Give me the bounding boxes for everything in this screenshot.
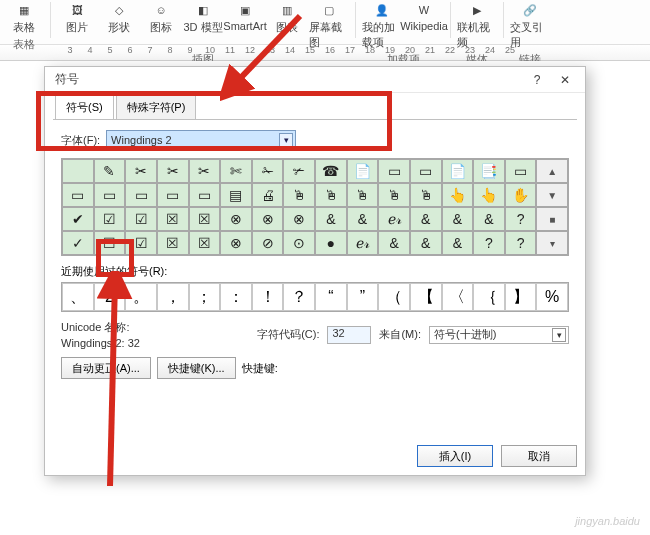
- symbol-cell[interactable]: ✂: [189, 159, 221, 183]
- symbol-cell[interactable]: ⊗: [283, 207, 315, 231]
- ribbon-item[interactable]: ▶联机视频: [457, 2, 497, 50]
- symbol-cell[interactable]: [62, 159, 94, 183]
- scrollbar-part[interactable]: ▼: [536, 183, 568, 207]
- ribbon-item[interactable]: ◇形状: [99, 2, 139, 50]
- symbol-cell[interactable]: 🖱: [347, 183, 379, 207]
- symbol-cell[interactable]: 📑: [473, 159, 505, 183]
- symbol-cell[interactable]: ⊙: [283, 231, 315, 255]
- symbol-cell[interactable]: ▭: [378, 159, 410, 183]
- recent-symbol-cell[interactable]: ，: [157, 283, 189, 311]
- symbol-cell[interactable]: &: [347, 207, 379, 231]
- symbol-cell[interactable]: ✓: [62, 231, 94, 255]
- symbol-cell[interactable]: ▤: [220, 183, 252, 207]
- recent-symbol-cell[interactable]: ；: [189, 283, 221, 311]
- symbol-cell[interactable]: &: [315, 207, 347, 231]
- symbol-cell[interactable]: ?: [505, 231, 537, 255]
- symbol-cell[interactable]: ☒: [157, 231, 189, 255]
- symbol-cell[interactable]: ?: [473, 231, 505, 255]
- ribbon-item[interactable]: ▦表格: [4, 2, 44, 35]
- symbol-cell[interactable]: ✄: [220, 159, 252, 183]
- symbol-cell[interactable]: 📄: [442, 159, 474, 183]
- symbol-cell[interactable]: ✃: [283, 159, 315, 183]
- tab[interactable]: 特殊字符(P): [116, 95, 197, 119]
- symbol-cell[interactable]: ▭: [410, 159, 442, 183]
- symbol-cell[interactable]: 🖱: [410, 183, 442, 207]
- symbol-cell[interactable]: ✂: [125, 159, 157, 183]
- symbol-cell[interactable]: 📄: [347, 159, 379, 183]
- recent-symbol-cell[interactable]: 2: [94, 283, 126, 311]
- symbol-cell[interactable]: ▭: [94, 183, 126, 207]
- ribbon-item[interactable]: ▥图表: [267, 2, 307, 50]
- symbol-cell[interactable]: ☎: [315, 159, 347, 183]
- cancel-button[interactable]: 取消: [501, 445, 577, 467]
- symbol-cell[interactable]: ▭: [125, 183, 157, 207]
- symbol-cell[interactable]: ☒: [189, 231, 221, 255]
- help-button[interactable]: ?: [523, 69, 551, 91]
- tab[interactable]: 符号(S): [55, 95, 114, 119]
- recent-symbol-cell[interactable]: ！: [252, 283, 284, 311]
- font-select[interactable]: Wingdings 2 ▾: [106, 130, 296, 150]
- symbol-cell[interactable]: &: [442, 231, 474, 255]
- symbol-cell[interactable]: &: [442, 207, 474, 231]
- scrollbar-part[interactable]: ▾: [536, 231, 568, 255]
- symbol-cell[interactable]: ℯ𝓇: [347, 231, 379, 255]
- ribbon-item[interactable]: ▢屏幕截图: [309, 2, 349, 50]
- recent-symbol-cell[interactable]: 、: [62, 283, 94, 311]
- symbol-cell[interactable]: 🖨: [252, 183, 284, 207]
- symbol-cell[interactable]: 🖱: [283, 183, 315, 207]
- insert-button[interactable]: 插入(I): [417, 445, 493, 467]
- recent-symbol-cell[interactable]: 】: [505, 283, 537, 311]
- symbol-cell[interactable]: &: [378, 231, 410, 255]
- autocorrect-button[interactable]: 自动更正(A)...: [61, 357, 151, 379]
- symbol-cell[interactable]: &: [410, 231, 442, 255]
- recent-symbol-cell[interactable]: %: [536, 283, 568, 311]
- symbol-cell[interactable]: ☑: [125, 231, 157, 255]
- symbol-cell[interactable]: ⊗: [252, 207, 284, 231]
- ribbon-item[interactable]: ◧3D 模型: [183, 2, 223, 50]
- close-button[interactable]: ✕: [551, 69, 579, 91]
- symbol-cell[interactable]: ✂: [157, 159, 189, 183]
- symbol-cell[interactable]: ●: [315, 231, 347, 255]
- symbol-cell[interactable]: ▭: [189, 183, 221, 207]
- ribbon-item[interactable]: 👤我的加载项: [362, 2, 402, 50]
- recent-symbol-cell[interactable]: （: [378, 283, 410, 311]
- symbol-cell[interactable]: 🖱: [378, 183, 410, 207]
- ribbon-item[interactable]: ☺图标: [141, 2, 181, 50]
- symbol-cell[interactable]: ⊗: [220, 207, 252, 231]
- recent-symbol-cell[interactable]: ：: [220, 283, 252, 311]
- symbol-cell[interactable]: ✋: [505, 183, 537, 207]
- symbol-cell[interactable]: &: [410, 207, 442, 231]
- symbol-cell[interactable]: ☑: [94, 207, 126, 231]
- ribbon-item[interactable]: 🖼图片: [57, 2, 97, 50]
- symbol-cell[interactable]: 👆: [473, 183, 505, 207]
- scrollbar-part[interactable]: ■: [536, 207, 568, 231]
- symbol-cell[interactable]: 👆: [442, 183, 474, 207]
- symbol-cell[interactable]: ☐: [94, 231, 126, 255]
- ribbon-item[interactable]: ▣SmartArt: [225, 2, 265, 50]
- symbol-cell[interactable]: 🖱: [315, 183, 347, 207]
- shortcut-button[interactable]: 快捷键(K)...: [157, 357, 236, 379]
- ribbon-item[interactable]: 🔗交叉引用: [510, 2, 550, 50]
- symbol-cell[interactable]: ℯ𝓇: [378, 207, 410, 231]
- symbol-cell[interactable]: ✎: [94, 159, 126, 183]
- recent-symbol-cell[interactable]: ”: [347, 283, 379, 311]
- symbol-cell[interactable]: ☒: [157, 207, 189, 231]
- symbol-cell[interactable]: ✔: [62, 207, 94, 231]
- recent-symbol-cell[interactable]: 。: [125, 283, 157, 311]
- symbol-cell[interactable]: ⊘: [252, 231, 284, 255]
- symbol-cell[interactable]: ▭: [157, 183, 189, 207]
- symbol-cell[interactable]: ▭: [62, 183, 94, 207]
- symbol-cell[interactable]: ⊗: [220, 231, 252, 255]
- symbol-cell[interactable]: ✁: [252, 159, 284, 183]
- ribbon-item[interactable]: WWikipedia: [404, 2, 444, 50]
- symbol-cell[interactable]: ☒: [189, 207, 221, 231]
- symbol-cell[interactable]: ▭: [505, 159, 537, 183]
- recent-symbol-cell[interactable]: 〈: [442, 283, 474, 311]
- recent-symbol-cell[interactable]: ｛: [473, 283, 505, 311]
- symbol-cell[interactable]: ☑: [125, 207, 157, 231]
- from-select[interactable]: 符号(十进制) ▾: [429, 326, 569, 344]
- symbol-cell[interactable]: ?: [505, 207, 537, 231]
- recent-symbol-cell[interactable]: “: [315, 283, 347, 311]
- symbol-cell[interactable]: &: [473, 207, 505, 231]
- recent-symbol-cell[interactable]: 【: [410, 283, 442, 311]
